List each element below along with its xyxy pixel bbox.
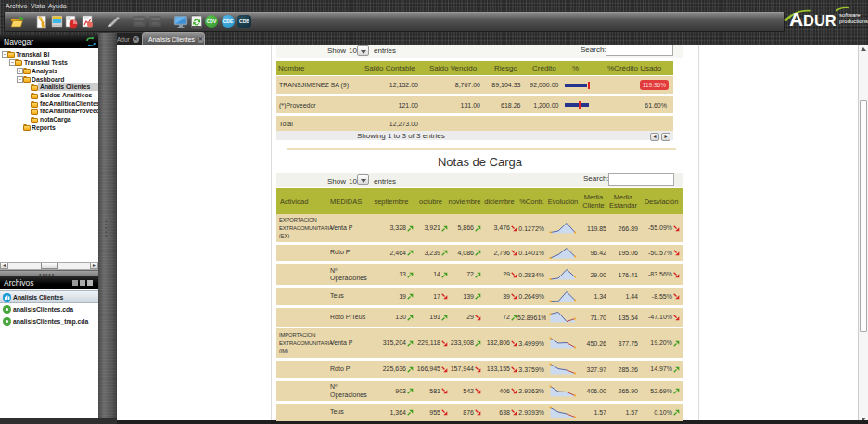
svg-text:software: software [839,12,861,18]
svg-text:A: A [789,8,803,30]
svg-text:DUR: DUR [803,12,836,29]
svg-text:productions: productions [839,19,868,24]
